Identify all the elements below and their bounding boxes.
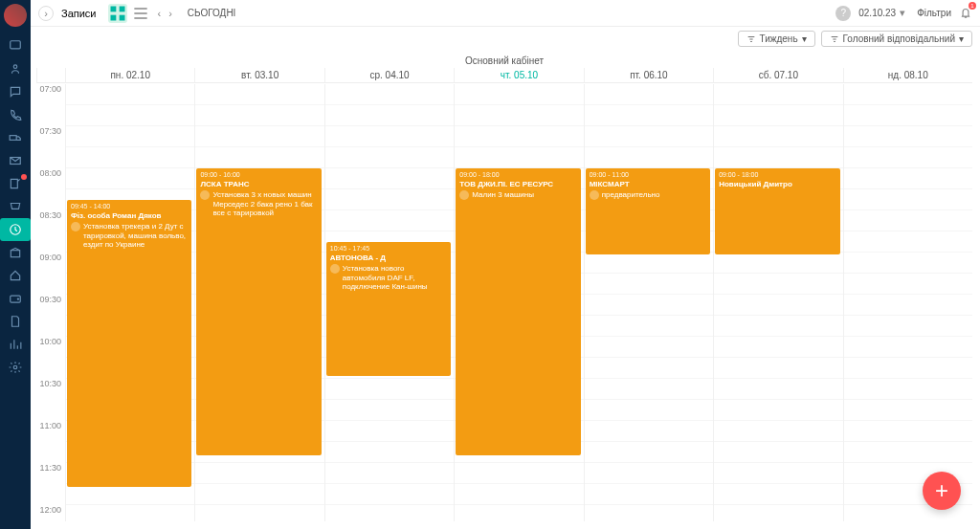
event-title: АВТОНОВА - Д	[330, 253, 447, 263]
avatar[interactable]	[4, 4, 27, 27]
day-header[interactable]: ср. 04.10	[324, 68, 454, 82]
time-label: 10:00	[36, 337, 65, 379]
sidebar-item-stats[interactable]	[0, 333, 31, 356]
event-time: 09:00 - 18:00	[719, 171, 835, 179]
calendar-event[interactable]: 09:45 - 14:00Фіз. особа Роман ДяковУстан…	[67, 200, 191, 487]
event-title: ТОВ ДЖИ.ПІ. ЕС РЕСУРС	[459, 180, 576, 189]
event-desc: предварительно	[590, 190, 706, 200]
time-column: 07:0007:3008:0008:3009:0009:3010:0010:30…	[36, 84, 65, 521]
event-desc: Малин 3 машины	[459, 190, 576, 200]
time-label: 11:00	[36, 421, 65, 463]
page-title: Записи	[61, 8, 97, 19]
event-desc: Установка 3 х новых машин Мерседес 2 бак…	[200, 190, 317, 218]
responsible-select[interactable]: Головний відповідальний ▾	[821, 31, 972, 47]
day-header[interactable]: чт. 05.10	[454, 68, 583, 82]
svg-rect-11	[110, 14, 116, 20]
view-list-button[interactable]	[131, 4, 150, 23]
time-label: 12:00	[36, 505, 65, 521]
calendar-event[interactable]: 09:00 - 18:00Новицький Дмитро	[715, 168, 839, 254]
next-button[interactable]: ›	[165, 8, 176, 19]
day-column[interactable]: 09:00 - 18:00ТОВ ДЖИ.ПІ. ЕС РЕСУРСМалин …	[454, 84, 583, 521]
event-type-icon	[590, 190, 599, 200]
event-title: Новицький Дмитро	[719, 180, 835, 189]
day-column[interactable]: 09:00 - 11:00МІКСМАРТпредварительно	[584, 84, 713, 521]
event-desc: Установка нового автомобиля DAF LF, подк…	[330, 264, 447, 292]
event-time: 09:45 - 14:00	[71, 203, 188, 210]
event-title: ЛСКА ТРАНС	[200, 180, 317, 189]
svg-rect-2	[10, 136, 16, 141]
chevron-down-icon[interactable]: ▾	[900, 7, 905, 19]
time-label: 07:00	[36, 84, 65, 126]
day-column[interactable]: 10:45 - 17:45АВТОНОВА - ДУстановка новог…	[324, 84, 454, 521]
sidebar-item-settings[interactable]	[0, 356, 31, 379]
calendar-grid[interactable]: 07:0007:3008:0008:3009:0009:3010:0010:30…	[36, 84, 972, 521]
day-columns: 09:45 - 14:00Фіз. особа Роман ДяковУстан…	[65, 84, 972, 521]
view-grid-button[interactable]	[108, 4, 127, 23]
svg-rect-0	[11, 41, 21, 49]
days-header: пн. 02.10вт. 03.10ср. 04.10чт. 05.10пт. …	[36, 68, 972, 83]
sidebar	[0, 0, 31, 529]
filters-button[interactable]: Фільтри	[917, 8, 951, 18]
event-desc: Установка трекера и 2 Дут с тарировкой, …	[71, 222, 188, 250]
time-label: 08:30	[36, 210, 65, 253]
day-header[interactable]: сб. 07.10	[713, 68, 842, 82]
today-button[interactable]: СЬОГОДНІ	[188, 8, 236, 18]
sidebar-item-calendar[interactable]	[0, 218, 31, 241]
responsible-label: Головний відповідальний	[843, 33, 955, 44]
sidebar-item-dashboard[interactable]	[0, 34, 31, 57]
svg-rect-5	[11, 251, 19, 257]
sidebar-item-wallet[interactable]	[0, 287, 31, 310]
sidebar-item-users[interactable]	[0, 57, 31, 80]
room-header: Основний кабінет	[36, 54, 972, 68]
event-time: 10:45 - 17:45	[330, 245, 447, 253]
sidebar-item-chat[interactable]	[0, 80, 31, 103]
event-title: Фіз. особа Роман Дяков	[71, 211, 188, 221]
notifications-button[interactable]: 1	[959, 6, 972, 21]
event-time: 09:00 - 18:00	[459, 171, 576, 179]
day-header[interactable]: вт. 03.10	[194, 68, 323, 82]
topbar: › Записи ‹ › СЬОГОДНІ ? 02.10.23 ▾ Фільт…	[31, 0, 980, 27]
svg-rect-9	[110, 6, 116, 11]
view-range-select[interactable]: Тиждень ▾	[738, 31, 815, 47]
chevron-down-icon: ▾	[802, 33, 807, 44]
calendar-toolbar: Тиждень ▾ Головний відповідальний ▾	[738, 31, 972, 47]
day-column[interactable]: 09:00 - 18:00Новицький Дмитро	[713, 84, 842, 521]
sidebar-item-mail[interactable]	[0, 149, 31, 172]
notification-badge: 1	[969, 2, 976, 10]
event-title: МІКСМАРТ	[590, 180, 706, 189]
svg-rect-12	[119, 14, 124, 20]
sidebar-item-edit[interactable]	[0, 172, 31, 195]
calendar: Основний кабінет пн. 02.10вт. 03.10ср. 0…	[36, 54, 972, 521]
day-column[interactable]	[843, 84, 972, 521]
calendar-event[interactable]: 10:45 - 17:45АВТОНОВА - ДУстановка новог…	[326, 242, 451, 376]
day-column[interactable]: 09:00 - 16:00ЛСКА ТРАНСУстановка 3 х нов…	[194, 84, 323, 521]
badge-icon	[21, 174, 27, 180]
add-button[interactable]: +	[923, 472, 961, 510]
sidebar-item-cart[interactable]	[0, 195, 31, 218]
day-column[interactable]: 09:45 - 14:00Фіз. особа Роман ДяковУстан…	[65, 84, 194, 521]
prev-button[interactable]: ‹	[154, 8, 166, 19]
sidebar-item-box[interactable]	[0, 241, 31, 264]
sidebar-item-home[interactable]	[0, 264, 31, 287]
expand-sidebar-button[interactable]: ›	[38, 6, 54, 21]
calendar-event[interactable]: 09:00 - 11:00МІКСМАРТпредварительно	[586, 168, 710, 254]
day-header[interactable]: нд. 08.10	[843, 68, 972, 82]
event-type-icon	[200, 190, 210, 200]
help-icon[interactable]: ?	[835, 6, 851, 21]
day-header[interactable]: пн. 02.10	[65, 68, 194, 82]
time-label: 09:30	[36, 295, 65, 337]
time-label: 10:30	[36, 379, 65, 421]
calendar-event[interactable]: 09:00 - 16:00ЛСКА ТРАНСУстановка 3 х нов…	[196, 168, 321, 455]
view-range-label: Тиждень	[760, 33, 798, 44]
time-label: 09:00	[36, 253, 65, 295]
day-header[interactable]: пт. 06.10	[584, 68, 713, 82]
svg-rect-10	[119, 6, 124, 11]
svg-point-1	[13, 65, 17, 69]
event-type-icon	[459, 190, 469, 200]
date-picker[interactable]: 02.10.23	[858, 8, 896, 18]
sidebar-item-doc[interactable]	[0, 310, 31, 333]
event-time: 09:00 - 16:00	[200, 171, 317, 179]
sidebar-item-phone[interactable]	[0, 103, 31, 126]
calendar-event[interactable]: 09:00 - 18:00ТОВ ДЖИ.ПІ. ЕС РЕСУРСМалин …	[456, 168, 580, 455]
sidebar-item-truck[interactable]	[0, 126, 31, 149]
